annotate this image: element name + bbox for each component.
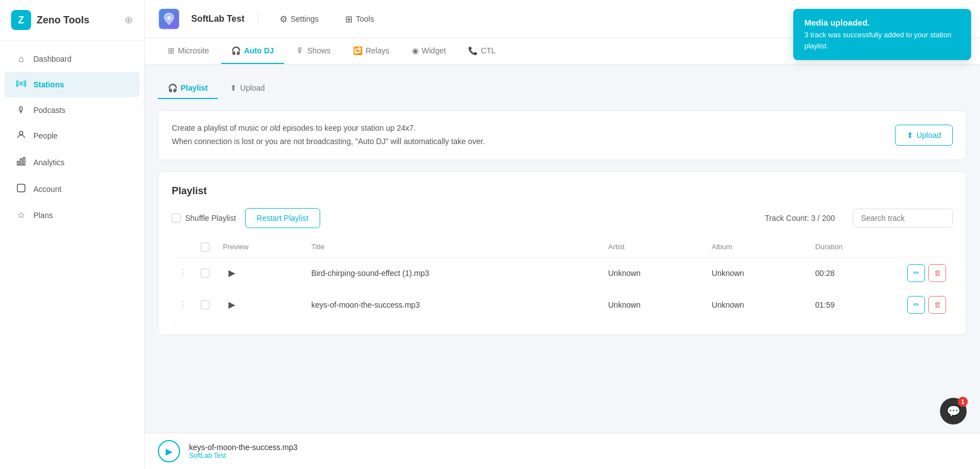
sub-tab-playlist[interactable]: 🎧 Playlist [158,78,218,99]
sidebar-item-account[interactable]: Account [4,176,140,202]
col-artist: Artist [601,237,705,258]
player-track-name: keys-of-moon-the-success.mp3 [189,443,297,452]
svg-rect-2 [17,161,19,165]
autodj-icon: 🎧 [231,46,241,55]
track-duration: 01:59 [809,289,901,320]
tools-icon: ⊞ [345,14,352,24]
main-content: 🎧 Playlist ⬆ Upload Create a playlist of… [145,65,980,433]
upload-button[interactable]: ⬆ Upload [895,125,953,146]
restart-playlist-button[interactable]: Restart Playlist [245,208,320,228]
info-text: Create a playlist of music or old episod… [172,122,485,149]
sidebar-item-label: Account [33,185,62,194]
chat-icon: 💬 [947,404,961,418]
playlist-header: Playlist [172,185,953,197]
svg-point-0 [20,82,23,85]
upload-btn-icon: ⬆ [907,131,913,140]
drag-handle[interactable]: ⋮ [178,268,187,278]
track-edit-button[interactable]: ✏ [907,264,925,282]
col-title: Title [305,237,601,258]
drag-handle[interactable]: ⋮ [178,300,187,309]
tab-relays[interactable]: 🔁 Relays [343,38,400,64]
logo-icon: Z [11,10,31,30]
tab-widget[interactable]: ◉ Widget [402,38,456,64]
svg-point-6 [167,16,171,20]
playlist-title: Playlist [172,185,207,197]
toast-title: Media uploaded. [804,18,960,27]
track-checkbox[interactable] [201,269,210,278]
relays-icon: 🔁 [353,46,362,55]
track-duration: 00:28 [809,257,901,289]
sidebar-item-label: Dashboard [33,55,72,63]
shuffle-label[interactable]: Shuffle Playlist [172,214,236,223]
svg-rect-4 [23,157,25,165]
playlist-section: Playlist Shuffle Playlist Restart Playli… [158,171,967,335]
track-table-body: ⋮ ▶ Bird-chirping-sound-effect (1).mp3 U… [172,257,953,320]
settings-button[interactable]: ⚙ Settings [272,9,327,29]
widget-icon: ◉ [412,46,419,55]
sidebar-logo: Z Zeno Tools ⊕ [0,0,144,41]
sub-tab-upload[interactable]: ⬆ Upload [220,78,275,99]
track-table: Preview Title Artist Album Duration ⋮ ▶ … [172,237,953,321]
track-delete-button[interactable]: 🗑 [928,264,946,282]
chat-badge: 1 [958,397,968,407]
sidebar-item-people[interactable]: People [4,123,140,149]
table-row: ⋮ ▶ Bird-chirping-sound-effect (1).mp3 U… [172,257,953,289]
add-station-icon[interactable]: ⊕ [125,14,133,26]
search-track-input[interactable] [853,209,953,228]
analytics-icon [16,156,27,169]
track-album: Unknown [705,257,808,289]
track-artist: Unknown [601,289,705,320]
station-logo-image [159,9,179,29]
playlist-icon: 🎧 [168,83,177,92]
sidebar-item-podcasts[interactable]: 🎙 Podcasts [4,98,140,122]
col-duration: Duration [809,237,901,258]
tab-ctl[interactable]: 📞 CTL [458,38,505,64]
playlist-controls: Shuffle Playlist Restart Playlist Track … [172,208,953,228]
player-track-info: keys-of-moon-the-success.mp3 SoftLab Tes… [189,443,297,460]
select-all-checkbox[interactable] [201,243,210,251]
track-delete-button[interactable]: 🗑 [928,296,946,314]
track-actions: ✏ 🗑 [907,296,946,314]
track-title: keys-of-moon-the-success.mp3 [305,289,601,320]
podcasts-icon: 🎙 [16,105,27,115]
svg-rect-5 [17,184,25,192]
bottom-player: ▶ keys-of-moon-the-success.mp3 SoftLab T… [145,433,980,469]
plans-icon: ☆ [16,210,27,220]
tools-button[interactable]: ⊞ Tools [337,9,382,29]
sidebar-item-dashboard[interactable]: ⌂ Dashboard [4,47,140,71]
tab-autodj[interactable]: 🎧 Auto DJ [221,38,284,64]
sub-tabs: 🎧 Playlist ⬆ Upload [158,78,967,99]
upload-icon: ⬆ [230,83,237,92]
sidebar-item-label: Stations [33,80,64,89]
sidebar-item-plans[interactable]: ☆ Plans [4,203,140,227]
tab-microsite[interactable]: ⊞ Microsite [158,38,219,64]
col-checkbox [194,237,216,258]
player-station-name: SoftLab Test [189,452,297,460]
track-play-button[interactable]: ▶ [223,296,241,314]
col-album: Album [705,237,808,258]
chat-bubble[interactable]: 💬 1 [940,398,967,424]
main-area: Media uploaded. 3 track was successfully… [145,0,980,469]
col-preview: Preview [216,237,305,258]
player-play-button[interactable]: ▶ [158,440,180,462]
svg-point-1 [19,131,23,135]
tab-shows[interactable]: 🎙 Shows [286,38,341,64]
col-drag [172,237,194,258]
track-checkbox[interactable] [201,300,210,309]
track-play-button[interactable]: ▶ [223,264,241,282]
toast-notification: Media uploaded. 3 track was successfully… [793,9,971,60]
sidebar-item-stations[interactable]: Stations [4,72,140,97]
track-artist: Unknown [601,257,705,289]
sidebar-item-label: Podcasts [33,106,66,115]
sidebar-item-label: People [33,131,58,140]
shows-icon: 🎙 [296,46,304,55]
track-edit-button[interactable]: ✏ [907,296,925,314]
table-header: Preview Title Artist Album Duration [172,237,953,258]
sidebar-item-analytics[interactable]: Analytics [4,150,140,175]
info-banner: Create a playlist of music or old episod… [158,110,967,160]
shuffle-checkbox[interactable] [172,214,181,223]
app-name: Zeno Tools [37,14,89,26]
stations-icon [16,78,27,91]
account-icon [16,183,27,195]
toast-message: 3 track was successfully added to your s… [804,29,960,51]
